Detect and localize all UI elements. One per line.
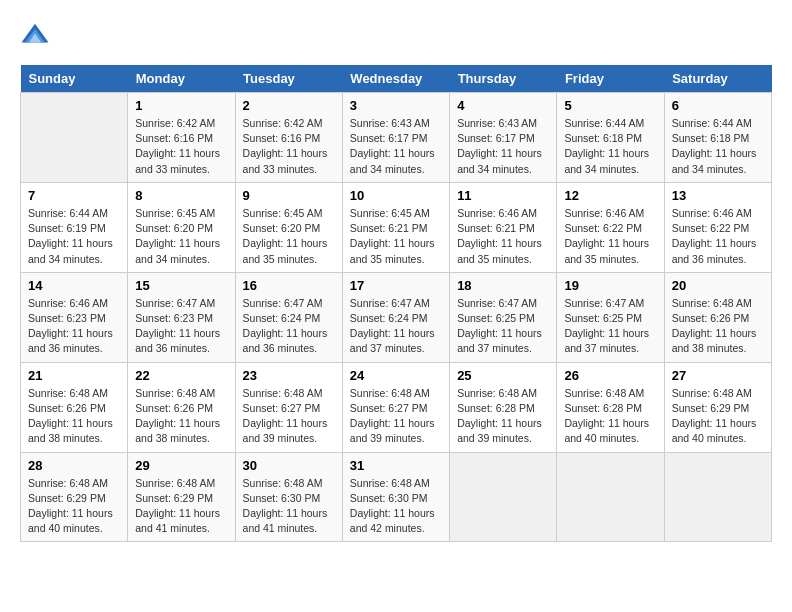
day-number: 5 (564, 98, 656, 113)
day-info: Sunrise: 6:47 AMSunset: 6:24 PMDaylight:… (243, 296, 335, 357)
day-number: 11 (457, 188, 549, 203)
day-number: 21 (28, 368, 120, 383)
calendar-cell: 30Sunrise: 6:48 AMSunset: 6:30 PMDayligh… (235, 452, 342, 542)
calendar-cell: 3Sunrise: 6:43 AMSunset: 6:17 PMDaylight… (342, 93, 449, 183)
day-info: Sunrise: 6:47 AMSunset: 6:23 PMDaylight:… (135, 296, 227, 357)
calendar-cell: 24Sunrise: 6:48 AMSunset: 6:27 PMDayligh… (342, 362, 449, 452)
weekday-header-friday: Friday (557, 65, 664, 93)
day-number: 18 (457, 278, 549, 293)
calendar-cell: 7Sunrise: 6:44 AMSunset: 6:19 PMDaylight… (21, 182, 128, 272)
weekday-row: SundayMondayTuesdayWednesdayThursdayFrid… (21, 65, 772, 93)
calendar-cell: 28Sunrise: 6:48 AMSunset: 6:29 PMDayligh… (21, 452, 128, 542)
day-info: Sunrise: 6:45 AMSunset: 6:20 PMDaylight:… (243, 206, 335, 267)
calendar-cell (557, 452, 664, 542)
day-info: Sunrise: 6:48 AMSunset: 6:27 PMDaylight:… (243, 386, 335, 447)
weekday-header-monday: Monday (128, 65, 235, 93)
day-number: 17 (350, 278, 442, 293)
day-info: Sunrise: 6:44 AMSunset: 6:19 PMDaylight:… (28, 206, 120, 267)
day-info: Sunrise: 6:42 AMSunset: 6:16 PMDaylight:… (243, 116, 335, 177)
day-number: 31 (350, 458, 442, 473)
calendar-cell: 23Sunrise: 6:48 AMSunset: 6:27 PMDayligh… (235, 362, 342, 452)
day-info: Sunrise: 6:47 AMSunset: 6:25 PMDaylight:… (457, 296, 549, 357)
calendar-cell: 22Sunrise: 6:48 AMSunset: 6:26 PMDayligh… (128, 362, 235, 452)
day-number: 16 (243, 278, 335, 293)
day-info: Sunrise: 6:48 AMSunset: 6:26 PMDaylight:… (135, 386, 227, 447)
calendar-cell: 20Sunrise: 6:48 AMSunset: 6:26 PMDayligh… (664, 272, 771, 362)
day-info: Sunrise: 6:45 AMSunset: 6:20 PMDaylight:… (135, 206, 227, 267)
calendar-cell (664, 452, 771, 542)
day-number: 7 (28, 188, 120, 203)
page-header (20, 20, 772, 50)
day-number: 20 (672, 278, 764, 293)
calendar-cell: 14Sunrise: 6:46 AMSunset: 6:23 PMDayligh… (21, 272, 128, 362)
logo-icon (20, 20, 50, 50)
day-number: 29 (135, 458, 227, 473)
day-number: 30 (243, 458, 335, 473)
day-number: 1 (135, 98, 227, 113)
weekday-header-thursday: Thursday (450, 65, 557, 93)
day-info: Sunrise: 6:48 AMSunset: 6:29 PMDaylight:… (135, 476, 227, 537)
calendar-cell: 26Sunrise: 6:48 AMSunset: 6:28 PMDayligh… (557, 362, 664, 452)
calendar-cell: 29Sunrise: 6:48 AMSunset: 6:29 PMDayligh… (128, 452, 235, 542)
calendar-cell: 16Sunrise: 6:47 AMSunset: 6:24 PMDayligh… (235, 272, 342, 362)
day-info: Sunrise: 6:47 AMSunset: 6:25 PMDaylight:… (564, 296, 656, 357)
day-info: Sunrise: 6:42 AMSunset: 6:16 PMDaylight:… (135, 116, 227, 177)
calendar-cell: 1Sunrise: 6:42 AMSunset: 6:16 PMDaylight… (128, 93, 235, 183)
calendar-cell: 5Sunrise: 6:44 AMSunset: 6:18 PMDaylight… (557, 93, 664, 183)
day-info: Sunrise: 6:48 AMSunset: 6:30 PMDaylight:… (350, 476, 442, 537)
day-number: 9 (243, 188, 335, 203)
day-number: 3 (350, 98, 442, 113)
day-info: Sunrise: 6:48 AMSunset: 6:28 PMDaylight:… (457, 386, 549, 447)
day-info: Sunrise: 6:48 AMSunset: 6:26 PMDaylight:… (28, 386, 120, 447)
calendar-cell: 6Sunrise: 6:44 AMSunset: 6:18 PMDaylight… (664, 93, 771, 183)
day-number: 23 (243, 368, 335, 383)
day-info: Sunrise: 6:48 AMSunset: 6:29 PMDaylight:… (672, 386, 764, 447)
calendar-cell: 13Sunrise: 6:46 AMSunset: 6:22 PMDayligh… (664, 182, 771, 272)
calendar-cell: 4Sunrise: 6:43 AMSunset: 6:17 PMDaylight… (450, 93, 557, 183)
weekday-header-tuesday: Tuesday (235, 65, 342, 93)
day-number: 6 (672, 98, 764, 113)
calendar-cell: 21Sunrise: 6:48 AMSunset: 6:26 PMDayligh… (21, 362, 128, 452)
day-info: Sunrise: 6:44 AMSunset: 6:18 PMDaylight:… (672, 116, 764, 177)
weekday-header-sunday: Sunday (21, 65, 128, 93)
calendar-cell: 9Sunrise: 6:45 AMSunset: 6:20 PMDaylight… (235, 182, 342, 272)
calendar-cell: 10Sunrise: 6:45 AMSunset: 6:21 PMDayligh… (342, 182, 449, 272)
day-info: Sunrise: 6:43 AMSunset: 6:17 PMDaylight:… (350, 116, 442, 177)
day-number: 22 (135, 368, 227, 383)
calendar-cell: 2Sunrise: 6:42 AMSunset: 6:16 PMDaylight… (235, 93, 342, 183)
day-number: 13 (672, 188, 764, 203)
day-number: 8 (135, 188, 227, 203)
logo (20, 20, 52, 50)
day-info: Sunrise: 6:44 AMSunset: 6:18 PMDaylight:… (564, 116, 656, 177)
day-number: 26 (564, 368, 656, 383)
calendar-cell (450, 452, 557, 542)
calendar-cell: 19Sunrise: 6:47 AMSunset: 6:25 PMDayligh… (557, 272, 664, 362)
day-number: 15 (135, 278, 227, 293)
calendar-cell (21, 93, 128, 183)
day-number: 24 (350, 368, 442, 383)
day-info: Sunrise: 6:46 AMSunset: 6:22 PMDaylight:… (564, 206, 656, 267)
calendar-week-3: 14Sunrise: 6:46 AMSunset: 6:23 PMDayligh… (21, 272, 772, 362)
calendar-cell: 12Sunrise: 6:46 AMSunset: 6:22 PMDayligh… (557, 182, 664, 272)
day-info: Sunrise: 6:48 AMSunset: 6:26 PMDaylight:… (672, 296, 764, 357)
day-info: Sunrise: 6:45 AMSunset: 6:21 PMDaylight:… (350, 206, 442, 267)
calendar-cell: 15Sunrise: 6:47 AMSunset: 6:23 PMDayligh… (128, 272, 235, 362)
weekday-header-saturday: Saturday (664, 65, 771, 93)
day-number: 27 (672, 368, 764, 383)
day-info: Sunrise: 6:46 AMSunset: 6:23 PMDaylight:… (28, 296, 120, 357)
calendar-header: SundayMondayTuesdayWednesdayThursdayFrid… (21, 65, 772, 93)
day-number: 25 (457, 368, 549, 383)
calendar-cell: 8Sunrise: 6:45 AMSunset: 6:20 PMDaylight… (128, 182, 235, 272)
day-number: 19 (564, 278, 656, 293)
day-info: Sunrise: 6:48 AMSunset: 6:27 PMDaylight:… (350, 386, 442, 447)
day-info: Sunrise: 6:47 AMSunset: 6:24 PMDaylight:… (350, 296, 442, 357)
calendar-cell: 18Sunrise: 6:47 AMSunset: 6:25 PMDayligh… (450, 272, 557, 362)
day-info: Sunrise: 6:43 AMSunset: 6:17 PMDaylight:… (457, 116, 549, 177)
day-number: 28 (28, 458, 120, 473)
day-number: 14 (28, 278, 120, 293)
weekday-header-wednesday: Wednesday (342, 65, 449, 93)
calendar-body: 1Sunrise: 6:42 AMSunset: 6:16 PMDaylight… (21, 93, 772, 542)
calendar-cell: 17Sunrise: 6:47 AMSunset: 6:24 PMDayligh… (342, 272, 449, 362)
day-info: Sunrise: 6:48 AMSunset: 6:29 PMDaylight:… (28, 476, 120, 537)
calendar-cell: 25Sunrise: 6:48 AMSunset: 6:28 PMDayligh… (450, 362, 557, 452)
